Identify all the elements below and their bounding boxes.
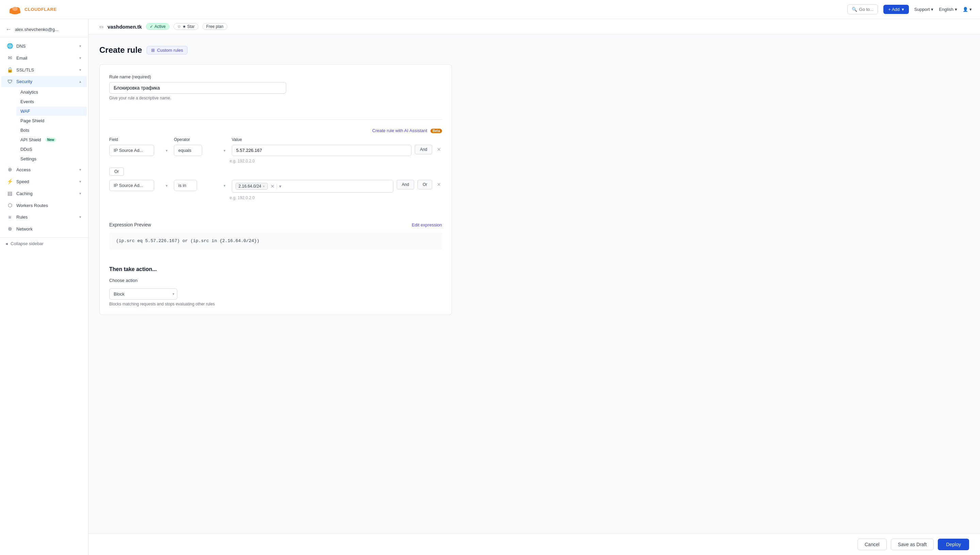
user-chevron-icon: ▾ [969,7,972,12]
sidebar-label-events: Events [21,99,34,104]
or-inline-button-2[interactable]: Or [417,180,432,189]
sidebar-label-waf: WAF [21,109,30,114]
ssl-chevron-icon: ▾ [79,68,82,72]
speed-chevron-icon: ▾ [79,180,82,184]
domain-bar: ▭ vashdomen.tk ✓ Active ☆ ★ Star Free pl… [88,19,980,34]
sidebar-item-access[interactable]: ⊕ Access ▾ [2,164,87,175]
sidebar-label-access: Access [16,167,30,172]
custom-rules-icon: ⊞ [151,48,155,53]
operator-col-header: Operator [174,137,228,142]
dns-icon: 🌐 [7,43,13,49]
sidebar-item-rules[interactable]: ≡ Rules ▾ [2,212,87,223]
sidebar-collapse-button[interactable]: ◂ Collapse sidebar [0,237,88,250]
sidebar-label-bots: Bots [21,128,29,133]
sidebar-item-page-shield[interactable]: Page Shield [16,116,87,125]
api-shield-new-badge: New [45,138,56,142]
field-select-2[interactable]: IP Source Ad... [109,180,154,191]
domain-name: vashdomen.tk [107,24,142,30]
access-icon: ⊕ [7,167,13,173]
lang-chevron-icon: ▾ [955,7,957,12]
field-select-1-arrow: ▾ [166,148,168,152]
filter-row-2: IP Source Ad... ▾ is in ▾ [109,180,442,193]
tag-clear-button[interactable]: ✕ [269,183,277,189]
custom-rules-badge[interactable]: ⊞ Custom rules [147,46,187,55]
rule-name-input[interactable] [109,82,286,94]
row2-hint: e.g. 192.0.2.0 [230,196,442,200]
security-chevron-icon: ▴ [79,79,82,84]
field-select-1[interactable]: IP Source Ad... [109,145,154,156]
sidebar-label-security: Security [16,79,32,84]
email-icon: ✉ [7,55,13,61]
sidebar-item-workers-routes[interactable]: ⬡ Workers Routes [2,199,87,211]
sidebar-item-dns[interactable]: 🌐 DNS ▾ [2,40,87,52]
page-body: Create rule ⊞ Custom rules Rule name (re… [88,34,463,350]
sidebar-item-ssl[interactable]: 🔒 SSL/TLS ▾ [2,64,87,75]
sidebar-item-speed[interactable]: ⚡ Speed ▾ [2,176,87,187]
sidebar-item-settings[interactable]: Settings [16,154,87,164]
top-navigation: CLOUDFLARE 🔍 Go to... + Add ▾ Support ▾ … [0,0,980,19]
sidebar-item-caching[interactable]: ▤ Caching ▾ [2,188,87,199]
sidebar-account[interactable]: ← alex.shevchenko@g... [0,22,88,37]
user-icon: 👤 [962,7,968,12]
sidebar-item-email[interactable]: ✉ Email ▾ [2,52,87,64]
free-plan-badge: Free plan [203,23,227,30]
email-chevron-icon: ▾ [79,56,82,60]
sidebar-item-ddos[interactable]: DDoS [16,145,87,154]
action-title: Then take action... [109,266,442,273]
collapse-icon: ◂ [5,241,8,246]
rule-name-label: Rule name (required) [109,74,442,79]
row1-hint: e.g. 192.0.2.0 [230,159,442,164]
cancel-button[interactable]: Cancel [857,539,887,550]
sidebar-item-waf[interactable]: WAF [16,107,87,116]
remove-row-2-button[interactable]: × [436,180,442,190]
save-draft-button[interactable]: Save as Draft [891,539,934,550]
field-select-2-arrow: ▾ [166,183,168,188]
or-button[interactable]: Or [109,167,124,176]
support-button[interactable]: Support ▾ [914,7,934,12]
language-button[interactable]: English ▾ [939,7,957,12]
sidebar-label-ssl: SSL/TLS [16,67,34,72]
sidebar-item-network[interactable]: ⊕ Network [2,223,87,234]
dns-chevron-icon: ▾ [79,44,82,48]
ai-assistant-link[interactable]: Create rule with AI Assistant Beta [372,128,442,133]
cloudflare-logo-text: CLOUDFLARE [24,7,57,12]
sidebar-label-network: Network [16,226,33,231]
user-menu-button[interactable]: 👤 ▾ [962,7,972,12]
value-tag-input-2[interactable]: 2.16.64.0/24 × ✕ ▾ [232,180,393,193]
active-badge: ✓ Active [146,23,169,30]
sidebar-label-dns: DNS [16,43,26,49]
and-button-1[interactable]: And [415,145,432,154]
operator-select-2[interactable]: is in [174,180,197,191]
star-button[interactable]: ☆ ★ Star [174,23,198,30]
sidebar-item-events[interactable]: Events [16,97,87,106]
cloudflare-logo: CLOUDFLARE [8,3,57,16]
remove-row-1-button[interactable]: × [436,145,442,155]
value-input-1[interactable] [232,145,411,156]
action-select[interactable]: Block [109,289,177,300]
network-icon: ⊕ [7,226,13,232]
goto-button[interactable]: 🔍 Go to... [847,5,878,14]
support-label: Support [914,7,930,12]
sidebar-item-bots[interactable]: Bots [16,126,87,135]
tag-dropdown-button[interactable]: ▾ [277,183,283,189]
ip-tag-1: 2.16.64.0/24 × [235,183,268,190]
sidebar-item-analytics[interactable]: Analytics [16,88,87,97]
deploy-button[interactable]: Deploy [938,539,969,550]
page-title: Create rule [99,45,142,55]
operator-select-1[interactable]: equals [174,145,202,156]
sidebar-item-api-shield[interactable]: API Shield New [16,135,87,144]
active-label: Active [155,24,166,29]
sidebar-item-security[interactable]: 🛡 Security ▴ [2,76,87,87]
value-input-1-wrapper [232,145,411,156]
and-button-2[interactable]: And [397,180,414,189]
cloudflare-logo-icon [8,3,22,16]
footer-actions: Cancel Save as Draft Deploy [88,534,980,555]
rule-name-hint: Give your rule a descriptive name. [109,96,442,101]
ip-tag-1-close[interactable]: × [263,184,265,188]
star-label: ★ Star [182,24,195,29]
edit-expression-link[interactable]: Edit expression [412,222,442,228]
sidebar-label-rules: Rules [16,215,27,220]
add-button[interactable]: + Add ▾ [883,5,909,14]
sidebar-label-page-shield: Page Shield [21,118,44,123]
sidebar-back-icon[interactable]: ← [5,26,11,33]
